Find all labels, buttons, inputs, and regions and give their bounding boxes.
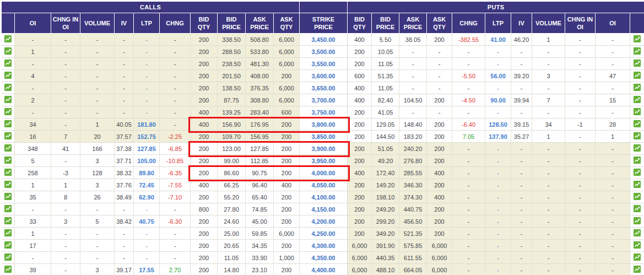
chart-icon[interactable]	[4, 132, 12, 139]
chart-icon[interactable]	[4, 169, 12, 176]
strike-cell[interactable]: 4,300.00	[300, 240, 348, 252]
strike-cell[interactable]: 4,050.00	[300, 179, 348, 191]
call-ltp-cell[interactable]: 105.00	[134, 155, 160, 167]
chart-icon[interactable]	[634, 205, 641, 212]
strike-cell[interactable]: 4,200.00	[300, 215, 348, 228]
call-volume-cell: -	[80, 240, 115, 252]
chart-icon[interactable]	[634, 193, 641, 200]
call-ltp-cell[interactable]: 40.75	[134, 215, 160, 228]
chart-icon[interactable]	[634, 157, 641, 164]
strike-cell[interactable]: 3,500.00	[300, 46, 348, 58]
chart-icon[interactable]	[4, 229, 12, 236]
call-volume-cell: -	[80, 58, 115, 70]
put-volume-cell: -	[532, 82, 565, 94]
chart-icon[interactable]	[634, 217, 641, 224]
put-oi-cell: -	[596, 203, 630, 215]
chart-icon[interactable]	[634, 47, 641, 55]
chart-icon[interactable]	[634, 229, 641, 236]
call-oi-cell: 348	[15, 143, 51, 155]
chart-icon[interactable]	[4, 266, 12, 273]
put-iv-cell: 35.27	[511, 131, 532, 143]
chart-icon[interactable]	[4, 217, 12, 224]
chart-icon[interactable]	[4, 254, 12, 261]
strike-cell[interactable]: 3,600.00	[300, 70, 348, 82]
strike-cell[interactable]: 3,750.00	[300, 106, 348, 118]
strike-cell[interactable]: 4,400.00	[300, 264, 348, 275]
chart-icon[interactable]	[634, 84, 641, 91]
chart-icon[interactable]	[4, 181, 12, 188]
chart-icon[interactable]	[634, 60, 641, 67]
call-volume-cell: 3	[80, 264, 115, 275]
put-ltp-cell[interactable]: 56.00	[485, 70, 511, 82]
chart-icon[interactable]	[634, 108, 641, 115]
chart-icon[interactable]	[4, 144, 12, 152]
call-iv-cell: 37.38	[115, 143, 134, 155]
chart-icon[interactable]	[634, 241, 641, 249]
strike-cell[interactable]: 3,700.00	[300, 94, 348, 106]
chart-icon[interactable]	[4, 47, 12, 55]
chart-icon[interactable]	[4, 84, 12, 91]
chart-icon[interactable]	[4, 96, 12, 103]
put-volume-cell: -	[532, 106, 565, 118]
chart-icon[interactable]	[4, 241, 12, 249]
chart-icon[interactable]	[634, 181, 641, 188]
chart-icon[interactable]	[4, 60, 12, 67]
chart-icon[interactable]	[634, 120, 641, 127]
chart-icon[interactable]	[634, 254, 641, 261]
chart-icon[interactable]	[634, 266, 641, 273]
strike-cell[interactable]: 4,000.00	[300, 167, 348, 179]
call-ask-price-cell: 533.80	[246, 46, 274, 58]
call-bid-price-cell: 87.75	[218, 94, 246, 106]
chart-icon[interactable]	[634, 72, 641, 79]
chart-icon[interactable]	[634, 169, 641, 176]
call-bid-price-cell: 238.50	[218, 58, 246, 70]
chart-icon[interactable]	[4, 193, 12, 200]
call-ltp-cell[interactable]: 17.55	[134, 264, 160, 275]
strike-cell[interactable]: 4,250.00	[300, 228, 348, 240]
put-bid-qty-cell: 200	[348, 58, 372, 70]
chart-icon[interactable]	[634, 35, 641, 42]
call-oi-cell: 2	[15, 94, 51, 106]
chart-icon[interactable]	[634, 144, 641, 152]
call-ask-qty-cell: 200	[274, 118, 300, 131]
chart-icon[interactable]	[4, 108, 12, 115]
strike-cell[interactable]: 4,100.00	[300, 191, 348, 203]
put-ltp-cell[interactable]: 128.50	[485, 118, 511, 131]
chart-icon[interactable]	[634, 132, 641, 139]
chart-icon[interactable]	[4, 205, 12, 212]
call-ltp-cell[interactable]: 62.90	[134, 191, 160, 203]
strike-cell[interactable]: 3,800.00	[300, 118, 348, 131]
chart-icon[interactable]	[634, 96, 641, 103]
strike-cell[interactable]: 3,950.00	[300, 155, 348, 167]
call-ltp-cell[interactable]: 181.80	[134, 118, 160, 131]
call-oi-cell: 35	[15, 191, 51, 203]
strike-cell[interactable]: 3,450.00	[300, 34, 348, 46]
chart-icon[interactable]	[4, 72, 12, 79]
call-ltp-cell[interactable]: 72.45	[134, 179, 160, 191]
put-bid-price-cell: 11.05	[372, 82, 399, 94]
chart-icon[interactable]	[4, 35, 12, 42]
put-ltp-cell[interactable]: 137.90	[485, 131, 511, 143]
put-bid-qty-cell: 400	[348, 94, 372, 106]
chart-icon[interactable]	[4, 157, 12, 164]
put-ltp-cell[interactable]: 41.00	[485, 34, 511, 46]
call-ltp-cell[interactable]: 89.80	[134, 167, 160, 179]
strike-cell[interactable]: 4,350.00	[300, 252, 348, 264]
call-chng-cell: -	[160, 118, 191, 131]
call-row-chart-cell	[2, 82, 15, 94]
put-ask-price-cell: 38.05	[399, 34, 427, 46]
chart-icon[interactable]	[4, 120, 12, 127]
strike-cell[interactable]: 4,150.00	[300, 203, 348, 215]
call-ask-qty-cell: 6,000	[274, 34, 300, 46]
option-chain-row: 3484116637.38127.85-6.85200123.00127.852…	[2, 143, 644, 155]
put-bid-price-cell: 51.05	[372, 143, 399, 155]
call-volume-cell: 1	[80, 118, 115, 131]
put-ltp-cell[interactable]: 90.00	[485, 94, 511, 106]
strike-cell[interactable]: 3,900.00	[300, 143, 348, 155]
call-ltp-cell[interactable]: 127.85	[134, 143, 160, 155]
call-volume-cell: -	[80, 70, 115, 82]
call-ltp-cell[interactable]: 152.75	[134, 131, 160, 143]
strike-cell[interactable]: 3,550.00	[300, 58, 348, 70]
strike-cell[interactable]: 3,650.00	[300, 82, 348, 94]
strike-cell[interactable]: 3,850.00	[300, 131, 348, 143]
